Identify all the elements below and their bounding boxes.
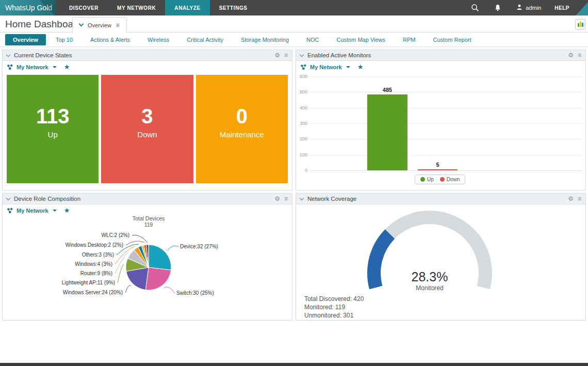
legend-dot bbox=[440, 177, 445, 182]
collapse-chevron-icon[interactable] bbox=[300, 196, 304, 200]
nav-item-discover[interactable]: DISCOVER bbox=[60, 0, 108, 15]
tab-critical-activity[interactable]: Critical Activity bbox=[179, 34, 231, 45]
bar-icon bbox=[580, 22, 581, 27]
gridline bbox=[309, 92, 583, 92]
gear-icon[interactable]: ⚙ bbox=[568, 196, 574, 202]
nav-right: admin HELP bbox=[470, 0, 588, 15]
bar-legend: UpDown bbox=[415, 174, 465, 184]
person-icon bbox=[516, 4, 523, 12]
tab-overview[interactable]: Overview bbox=[5, 34, 46, 45]
panel-menu-icon[interactable]: ≡ bbox=[578, 196, 581, 202]
nav-item-settings[interactable]: SETTINGS bbox=[210, 0, 257, 15]
bell-icon[interactable] bbox=[493, 3, 502, 12]
nav-item-my-network[interactable]: MY NETWORK bbox=[108, 0, 165, 15]
gridline bbox=[309, 76, 583, 77]
y-tick-label: 200 bbox=[296, 136, 307, 141]
user-menu[interactable]: admin bbox=[516, 4, 541, 12]
panel-enabled-active-monitors: Enabled Active Monitors ⚙ ≡ My Network ★… bbox=[296, 50, 586, 190]
network-icon bbox=[300, 64, 307, 70]
bar-plot: 60050040030020010004855 bbox=[309, 76, 583, 170]
dashboard-view-tab[interactable]: Overview ≡ bbox=[72, 17, 127, 33]
collapse-chevron-icon[interactable] bbox=[6, 196, 10, 200]
panel-title: Network Coverage bbox=[307, 196, 564, 202]
gear-icon[interactable]: ⚙ bbox=[568, 52, 574, 58]
collapse-chevron-icon[interactable] bbox=[6, 52, 10, 56]
legend-label: Up bbox=[427, 177, 434, 182]
panel-header: Network Coverage ⚙ ≡ bbox=[296, 194, 585, 204]
scope-selector[interactable]: My Network bbox=[310, 64, 342, 70]
chevron-down-icon bbox=[79, 22, 84, 27]
caret-down-icon[interactable] bbox=[346, 66, 350, 68]
tile-value: 113 bbox=[7, 105, 99, 128]
panel-title: Enabled Active Monitors bbox=[307, 52, 564, 58]
panel-body: My Network ★ 113Up3Down0Maintenance bbox=[3, 61, 292, 190]
panel-header: Current Device States ⚙ ≡ bbox=[3, 50, 292, 61]
pin-icon[interactable]: ★ bbox=[64, 63, 70, 70]
tab-top-10[interactable]: Top 10 bbox=[48, 34, 80, 45]
bar-icon bbox=[578, 23, 579, 27]
pie-leader-line bbox=[125, 285, 131, 293]
tab-storage-monitoring[interactable]: Storage Monitoring bbox=[233, 34, 297, 45]
caret-down-icon[interactable] bbox=[53, 66, 57, 68]
tab-actions-alerts[interactable]: Actions & Alerts bbox=[83, 34, 138, 45]
panel-menu-icon[interactable]: ≡ bbox=[578, 52, 581, 58]
tab-noc[interactable]: NOC bbox=[299, 34, 326, 45]
gridline bbox=[309, 123, 583, 124]
pie-leader-line bbox=[168, 246, 178, 250]
scope-selector[interactable]: My Network bbox=[17, 208, 48, 214]
tile-value: 0 bbox=[196, 105, 288, 128]
collapse-chevron-icon[interactable] bbox=[300, 52, 304, 56]
y-tick-label: 400 bbox=[296, 105, 307, 110]
tab-wireless[interactable]: Wireless bbox=[140, 34, 177, 45]
legend-label: Down bbox=[447, 177, 460, 182]
nav-items: DISCOVERMY NETWORKANALYZESETTINGS bbox=[60, 0, 257, 15]
pie-label-windows-desktop: Windows Desktop:2 (2%) bbox=[66, 242, 123, 248]
state-tile-down[interactable]: 3Down bbox=[101, 75, 193, 183]
brand-logo[interactable]: WhatsUp Gold bbox=[0, 0, 56, 15]
panel-body: My Network ★ Total Devices 119 Device:32… bbox=[3, 204, 292, 320]
panel-menu-icon[interactable]: ≡ bbox=[284, 52, 288, 58]
panel-menu-icon[interactable]: ≡ bbox=[284, 196, 288, 202]
scope-selector[interactable]: My Network bbox=[17, 64, 48, 70]
y-tick-label: 500 bbox=[296, 89, 307, 94]
state-tile-maintenance[interactable]: 0Maintenance bbox=[196, 75, 288, 183]
network-icon bbox=[7, 64, 13, 70]
tile-label: Up bbox=[7, 130, 99, 139]
help-link[interactable]: HELP bbox=[554, 5, 569, 11]
search-icon[interactable] bbox=[470, 3, 480, 12]
device-state-tiles: 113Up3Down0Maintenance bbox=[7, 75, 288, 183]
chart-widget-button[interactable] bbox=[575, 19, 585, 29]
panel-title: Device Role Composition bbox=[14, 196, 270, 202]
tab-custom-report[interactable]: Custom Report bbox=[426, 34, 479, 45]
scope-row: My Network ★ bbox=[3, 204, 292, 215]
gear-icon[interactable]: ⚙ bbox=[274, 196, 280, 202]
pie-label-windows: Windows:4 (3%) bbox=[75, 261, 112, 267]
caret-down-icon[interactable] bbox=[53, 210, 57, 212]
pie-total-label: Total Devices bbox=[133, 215, 165, 221]
gear-icon[interactable]: ⚙ bbox=[274, 52, 280, 58]
pie-label-lightweight-ap: Lightweight AP:11 (9%) bbox=[62, 280, 115, 285]
pin-icon[interactable]: ★ bbox=[64, 207, 70, 214]
gridline bbox=[309, 170, 583, 171]
gridline bbox=[309, 139, 583, 139]
legend-dot bbox=[420, 177, 425, 182]
role-pie-chart: Total Devices 119 Device:32 (27%)Switch:… bbox=[3, 204, 292, 320]
pin-icon[interactable]: ★ bbox=[357, 63, 364, 70]
tab-rpm[interactable]: RPM bbox=[395, 34, 423, 45]
header-row: Home Dashboard Overview ≡ bbox=[0, 15, 588, 33]
page-title: Home Dashboard bbox=[5, 19, 82, 30]
nav-item-analyze[interactable]: ANALYZE bbox=[165, 0, 210, 15]
y-tick-label: 300 bbox=[296, 121, 307, 126]
bar-value-label: 485 bbox=[367, 87, 407, 93]
pie-slice-device bbox=[149, 245, 171, 270]
y-tick-label: 100 bbox=[296, 152, 307, 157]
tab-custom-map-views[interactable]: Custom Map Views bbox=[329, 34, 393, 45]
list-menu-icon[interactable]: ≡ bbox=[116, 22, 120, 28]
state-tile-up[interactable]: 113Up bbox=[7, 75, 99, 183]
pie-slice-switch bbox=[145, 267, 171, 290]
pie-total-value: 119 bbox=[144, 221, 153, 228]
pie-leader-line bbox=[164, 287, 175, 293]
gauge-stat-line: Unmonitored: 301 bbox=[304, 311, 364, 320]
coverage-gauge: 28.3% Monitored Total Discovered: 420Mon… bbox=[296, 204, 585, 320]
panel-title: Current Device States bbox=[14, 52, 270, 58]
